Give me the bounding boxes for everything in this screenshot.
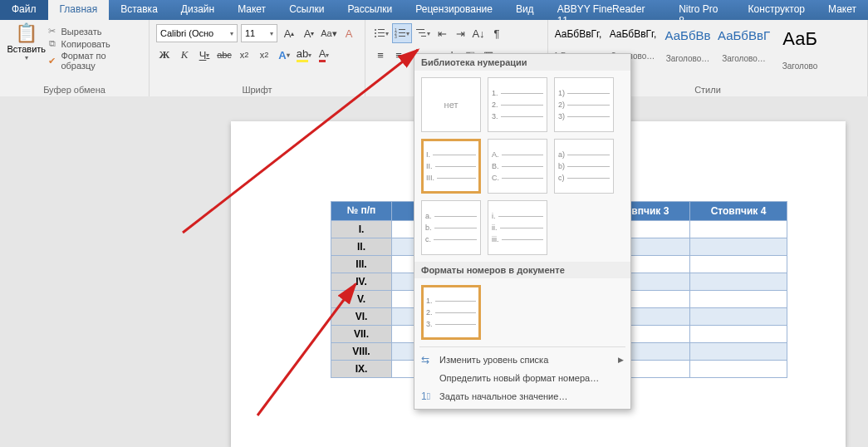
chevron-down-icon: ▾ xyxy=(270,30,273,37)
numbering-arabic-dot[interactable]: 1.2.3. xyxy=(488,77,547,132)
shrink-font-button[interactable]: A▾ xyxy=(301,24,317,42)
numbering-none[interactable]: нет xyxy=(421,77,481,132)
tab-references[interactable]: Ссылки xyxy=(277,0,336,20)
tab-nitro[interactable]: Nitro Pro 8 xyxy=(667,0,736,20)
svg-point-2 xyxy=(375,32,376,34)
svg-rect-5 xyxy=(378,36,385,37)
change-level-icon: ⇆ xyxy=(421,354,429,366)
ribbon-tabs: Файл Главная Вставка Дизайн Макет Ссылки… xyxy=(0,0,868,20)
svg-rect-13 xyxy=(419,32,425,33)
define-format-menu[interactable]: Определить новый формат номера… xyxy=(414,369,630,387)
row-number[interactable]: III. xyxy=(331,256,392,273)
paste-label: Вставить xyxy=(7,44,46,54)
numbering-dropdown: Библиотека нумерации нет 1.2.3. 1)2)3) I… xyxy=(414,53,631,410)
table-header-num[interactable]: № п/п xyxy=(331,202,392,221)
copy-icon: ⧉ xyxy=(47,38,58,49)
strikethrough-button[interactable]: abc xyxy=(216,46,233,64)
multilevel-list-button[interactable]: ▾ xyxy=(414,24,432,42)
font-color-button[interactable]: A▾ xyxy=(316,46,332,64)
text-effects-button[interactable]: A▾ xyxy=(276,46,292,64)
numbering-roman-upper[interactable]: I.II.III. xyxy=(421,139,481,194)
tab-view[interactable]: Вид xyxy=(504,0,546,20)
row-number[interactable]: II. xyxy=(331,238,392,256)
table-header-4[interactable]: Стовпчик 4 xyxy=(690,202,787,221)
tab-home[interactable]: Главная xyxy=(48,0,110,20)
show-marks-button[interactable]: ¶ xyxy=(488,24,505,42)
svg-rect-14 xyxy=(421,36,426,37)
tab-layout[interactable]: Макет xyxy=(226,0,277,20)
numbering-doc-1[interactable]: 1.2.3. xyxy=(421,285,481,340)
numbering-alpha-lower-dot[interactable]: a.b.c. xyxy=(421,200,481,255)
paste-icon: 📋 xyxy=(15,22,37,44)
sort-button[interactable]: A↓ xyxy=(470,24,487,42)
tab-review[interactable]: Рецензирование xyxy=(404,0,504,20)
scissors-icon: ✂ xyxy=(47,26,58,37)
numbering-alpha-upper[interactable]: A.B.C. xyxy=(488,139,547,194)
numbering-roman-lower[interactable]: i.ii.iii. xyxy=(488,200,547,255)
chevron-down-icon: ▾ xyxy=(230,30,233,37)
svg-rect-9 xyxy=(399,32,405,33)
font-name-select[interactable]: Calibri (Осно▾ xyxy=(156,24,238,42)
clear-format-button[interactable]: A xyxy=(341,24,357,42)
svg-rect-7 xyxy=(399,29,405,30)
decrease-indent-button[interactable]: ⇤ xyxy=(434,24,450,42)
numbering-arabic-paren[interactable]: 1)2)3) xyxy=(554,77,614,132)
brush-icon: ✔ xyxy=(47,56,58,66)
tab-file[interactable]: Файл xyxy=(0,0,48,20)
set-value-menu[interactable]: 1⃣Задать начальное значение… xyxy=(414,387,630,405)
row-number[interactable]: I. xyxy=(331,221,392,238)
format-painter-button[interactable]: ✔Формат по образцу xyxy=(47,51,142,71)
paste-dropdown-icon[interactable]: ▾ xyxy=(25,54,28,61)
row-number[interactable]: VI. xyxy=(331,308,392,326)
row-number[interactable]: V. xyxy=(331,291,392,308)
superscript-button[interactable]: x2 xyxy=(256,46,272,64)
grow-font-button[interactable]: A▴ xyxy=(281,24,297,42)
highlight-button[interactable]: ab▾ xyxy=(296,46,312,64)
group-label-clipboard: Буфер обмена xyxy=(0,85,149,95)
bullet-list-button[interactable]: ▾ xyxy=(372,24,390,42)
row-number[interactable]: IV. xyxy=(331,273,392,291)
cut-button[interactable]: ✂Вырезать xyxy=(47,26,142,37)
font-size-select[interactable]: 11▾ xyxy=(241,24,277,42)
row-number[interactable]: IX. xyxy=(331,361,392,378)
subscript-button[interactable]: x2 xyxy=(236,46,253,64)
svg-text:3: 3 xyxy=(395,34,397,39)
underline-button[interactable]: Ч ▾ xyxy=(196,46,213,64)
chevron-right-icon: ▶ xyxy=(618,356,624,364)
group-label-font: Шрифт xyxy=(150,85,365,95)
tab-insert[interactable]: Вставка xyxy=(109,0,169,20)
tab-layout2[interactable]: Макет xyxy=(817,0,868,20)
svg-point-0 xyxy=(375,29,376,31)
svg-rect-1 xyxy=(378,29,385,30)
numbered-list-button[interactable]: 123▾ xyxy=(392,23,412,43)
svg-rect-3 xyxy=(378,32,385,33)
dropdown-header-docformats: Форматы номеров в документе xyxy=(414,262,630,278)
change-case-button[interactable]: Aa▾ xyxy=(321,24,337,42)
tab-abbyy[interactable]: ABBYY FineReader 11 xyxy=(546,0,668,20)
set-value-icon: 1⃣ xyxy=(421,391,430,402)
change-level-menu[interactable]: ⇆Изменить уровень списка▶ xyxy=(414,351,630,369)
row-number[interactable]: VII. xyxy=(331,326,392,343)
tab-design[interactable]: Дизайн xyxy=(169,0,226,20)
increase-indent-button[interactable]: ⇥ xyxy=(452,24,468,42)
copy-button[interactable]: ⧉Копировать xyxy=(47,38,142,49)
tab-mailings[interactable]: Рассылки xyxy=(336,0,404,20)
svg-point-4 xyxy=(375,36,376,37)
bold-button[interactable]: Ж xyxy=(156,46,173,64)
tab-constructor[interactable]: Конструктор xyxy=(737,0,817,20)
svg-rect-11 xyxy=(399,36,405,37)
italic-button[interactable]: К xyxy=(176,46,193,64)
row-number[interactable]: VIII. xyxy=(331,343,392,361)
svg-rect-12 xyxy=(416,29,424,30)
align-center-button[interactable]: ≡ xyxy=(390,46,407,64)
numbering-alpha-lower-paren[interactable]: a)b)c) xyxy=(554,139,614,194)
dropdown-header-library: Библиотека нумерации xyxy=(414,54,630,71)
align-left-button[interactable]: ≡ xyxy=(372,46,389,64)
